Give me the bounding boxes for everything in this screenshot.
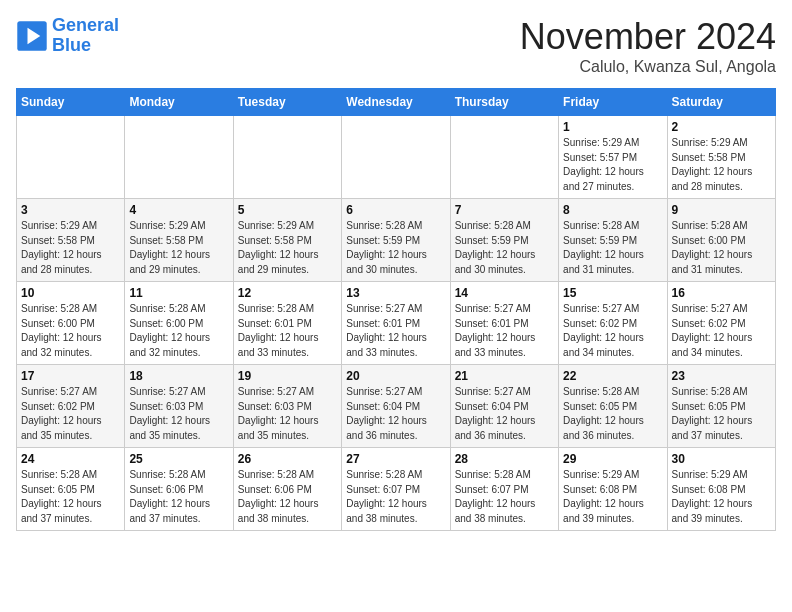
day-number: 16	[672, 286, 771, 300]
day-number: 19	[238, 369, 337, 383]
day-info: Sunrise: 5:29 AM Sunset: 5:58 PM Dayligh…	[129, 219, 228, 277]
day-info: Sunrise: 5:27 AM Sunset: 6:03 PM Dayligh…	[129, 385, 228, 443]
calendar-day-cell: 14Sunrise: 5:27 AM Sunset: 6:01 PM Dayli…	[450, 282, 558, 365]
day-number: 20	[346, 369, 445, 383]
day-info: Sunrise: 5:29 AM Sunset: 6:08 PM Dayligh…	[672, 468, 771, 526]
day-info: Sunrise: 5:27 AM Sunset: 6:01 PM Dayligh…	[346, 302, 445, 360]
day-number: 25	[129, 452, 228, 466]
day-info: Sunrise: 5:27 AM Sunset: 6:02 PM Dayligh…	[21, 385, 120, 443]
calendar-day-cell: 17Sunrise: 5:27 AM Sunset: 6:02 PM Dayli…	[17, 365, 125, 448]
day-info: Sunrise: 5:28 AM Sunset: 5:59 PM Dayligh…	[563, 219, 662, 277]
day-number: 7	[455, 203, 554, 217]
calendar-day-cell: 24Sunrise: 5:28 AM Sunset: 6:05 PM Dayli…	[17, 448, 125, 531]
day-number: 22	[563, 369, 662, 383]
day-info: Sunrise: 5:27 AM Sunset: 6:02 PM Dayligh…	[563, 302, 662, 360]
day-info: Sunrise: 5:29 AM Sunset: 5:58 PM Dayligh…	[21, 219, 120, 277]
day-number: 29	[563, 452, 662, 466]
calendar-day-cell: 15Sunrise: 5:27 AM Sunset: 6:02 PM Dayli…	[559, 282, 667, 365]
day-number: 14	[455, 286, 554, 300]
calendar-day-cell: 30Sunrise: 5:29 AM Sunset: 6:08 PM Dayli…	[667, 448, 775, 531]
weekday-header-sunday: Sunday	[17, 89, 125, 116]
calendar-day-cell: 4Sunrise: 5:29 AM Sunset: 5:58 PM Daylig…	[125, 199, 233, 282]
day-number: 10	[21, 286, 120, 300]
logo-icon	[16, 20, 48, 52]
day-number: 11	[129, 286, 228, 300]
day-info: Sunrise: 5:28 AM Sunset: 6:07 PM Dayligh…	[346, 468, 445, 526]
calendar-day-cell: 2Sunrise: 5:29 AM Sunset: 5:58 PM Daylig…	[667, 116, 775, 199]
calendar-day-cell	[233, 116, 341, 199]
calendar-day-cell	[17, 116, 125, 199]
day-info: Sunrise: 5:28 AM Sunset: 6:00 PM Dayligh…	[129, 302, 228, 360]
calendar-day-cell	[450, 116, 558, 199]
calendar-day-cell: 18Sunrise: 5:27 AM Sunset: 6:03 PM Dayli…	[125, 365, 233, 448]
day-number: 3	[21, 203, 120, 217]
title-block: November 2024 Calulo, Kwanza Sul, Angola	[520, 16, 776, 76]
calendar-day-cell: 26Sunrise: 5:28 AM Sunset: 6:06 PM Dayli…	[233, 448, 341, 531]
day-info: Sunrise: 5:29 AM Sunset: 5:58 PM Dayligh…	[238, 219, 337, 277]
calendar-day-cell: 7Sunrise: 5:28 AM Sunset: 5:59 PM Daylig…	[450, 199, 558, 282]
day-number: 4	[129, 203, 228, 217]
day-info: Sunrise: 5:27 AM Sunset: 6:04 PM Dayligh…	[455, 385, 554, 443]
weekday-header-row: SundayMondayTuesdayWednesdayThursdayFrid…	[17, 89, 776, 116]
calendar-day-cell: 8Sunrise: 5:28 AM Sunset: 5:59 PM Daylig…	[559, 199, 667, 282]
calendar-week-row: 17Sunrise: 5:27 AM Sunset: 6:02 PM Dayli…	[17, 365, 776, 448]
day-info: Sunrise: 5:29 AM Sunset: 5:58 PM Dayligh…	[672, 136, 771, 194]
calendar-day-cell: 6Sunrise: 5:28 AM Sunset: 5:59 PM Daylig…	[342, 199, 450, 282]
day-info: Sunrise: 5:27 AM Sunset: 6:01 PM Dayligh…	[455, 302, 554, 360]
day-number: 15	[563, 286, 662, 300]
page-title: November 2024	[520, 16, 776, 58]
day-number: 27	[346, 452, 445, 466]
day-info: Sunrise: 5:28 AM Sunset: 5:59 PM Dayligh…	[455, 219, 554, 277]
day-number: 6	[346, 203, 445, 217]
calendar-day-cell: 1Sunrise: 5:29 AM Sunset: 5:57 PM Daylig…	[559, 116, 667, 199]
calendar-week-row: 10Sunrise: 5:28 AM Sunset: 6:00 PM Dayli…	[17, 282, 776, 365]
day-number: 28	[455, 452, 554, 466]
calendar-day-cell: 20Sunrise: 5:27 AM Sunset: 6:04 PM Dayli…	[342, 365, 450, 448]
page-header: General Blue November 2024 Calulo, Kwanz…	[16, 16, 776, 76]
day-number: 12	[238, 286, 337, 300]
day-info: Sunrise: 5:28 AM Sunset: 6:00 PM Dayligh…	[672, 219, 771, 277]
day-info: Sunrise: 5:28 AM Sunset: 6:05 PM Dayligh…	[563, 385, 662, 443]
calendar-day-cell: 21Sunrise: 5:27 AM Sunset: 6:04 PM Dayli…	[450, 365, 558, 448]
calendar-day-cell: 22Sunrise: 5:28 AM Sunset: 6:05 PM Dayli…	[559, 365, 667, 448]
page-subtitle: Calulo, Kwanza Sul, Angola	[520, 58, 776, 76]
day-number: 21	[455, 369, 554, 383]
day-info: Sunrise: 5:28 AM Sunset: 6:05 PM Dayligh…	[672, 385, 771, 443]
day-number: 30	[672, 452, 771, 466]
logo-text: General Blue	[52, 16, 119, 56]
day-info: Sunrise: 5:28 AM Sunset: 6:06 PM Dayligh…	[129, 468, 228, 526]
calendar-day-cell: 10Sunrise: 5:28 AM Sunset: 6:00 PM Dayli…	[17, 282, 125, 365]
day-info: Sunrise: 5:28 AM Sunset: 6:05 PM Dayligh…	[21, 468, 120, 526]
day-number: 2	[672, 120, 771, 134]
calendar-day-cell: 13Sunrise: 5:27 AM Sunset: 6:01 PM Dayli…	[342, 282, 450, 365]
day-info: Sunrise: 5:28 AM Sunset: 6:07 PM Dayligh…	[455, 468, 554, 526]
calendar-day-cell: 25Sunrise: 5:28 AM Sunset: 6:06 PM Dayli…	[125, 448, 233, 531]
day-number: 8	[563, 203, 662, 217]
calendar-week-row: 1Sunrise: 5:29 AM Sunset: 5:57 PM Daylig…	[17, 116, 776, 199]
calendar-week-row: 3Sunrise: 5:29 AM Sunset: 5:58 PM Daylig…	[17, 199, 776, 282]
day-number: 23	[672, 369, 771, 383]
day-number: 17	[21, 369, 120, 383]
calendar-day-cell	[125, 116, 233, 199]
day-info: Sunrise: 5:29 AM Sunset: 6:08 PM Dayligh…	[563, 468, 662, 526]
calendar-day-cell	[342, 116, 450, 199]
calendar-day-cell: 5Sunrise: 5:29 AM Sunset: 5:58 PM Daylig…	[233, 199, 341, 282]
day-info: Sunrise: 5:27 AM Sunset: 6:04 PM Dayligh…	[346, 385, 445, 443]
calendar-day-cell: 9Sunrise: 5:28 AM Sunset: 6:00 PM Daylig…	[667, 199, 775, 282]
weekday-header-tuesday: Tuesday	[233, 89, 341, 116]
calendar-day-cell: 27Sunrise: 5:28 AM Sunset: 6:07 PM Dayli…	[342, 448, 450, 531]
calendar-day-cell: 23Sunrise: 5:28 AM Sunset: 6:05 PM Dayli…	[667, 365, 775, 448]
day-info: Sunrise: 5:28 AM Sunset: 5:59 PM Dayligh…	[346, 219, 445, 277]
day-info: Sunrise: 5:27 AM Sunset: 6:03 PM Dayligh…	[238, 385, 337, 443]
weekday-header-wednesday: Wednesday	[342, 89, 450, 116]
calendar-day-cell: 3Sunrise: 5:29 AM Sunset: 5:58 PM Daylig…	[17, 199, 125, 282]
day-info: Sunrise: 5:29 AM Sunset: 5:57 PM Dayligh…	[563, 136, 662, 194]
day-number: 18	[129, 369, 228, 383]
logo: General Blue	[16, 16, 119, 56]
day-info: Sunrise: 5:28 AM Sunset: 6:00 PM Dayligh…	[21, 302, 120, 360]
day-number: 9	[672, 203, 771, 217]
calendar-day-cell: 29Sunrise: 5:29 AM Sunset: 6:08 PM Dayli…	[559, 448, 667, 531]
day-info: Sunrise: 5:27 AM Sunset: 6:02 PM Dayligh…	[672, 302, 771, 360]
calendar-day-cell: 12Sunrise: 5:28 AM Sunset: 6:01 PM Dayli…	[233, 282, 341, 365]
calendar-day-cell: 19Sunrise: 5:27 AM Sunset: 6:03 PM Dayli…	[233, 365, 341, 448]
